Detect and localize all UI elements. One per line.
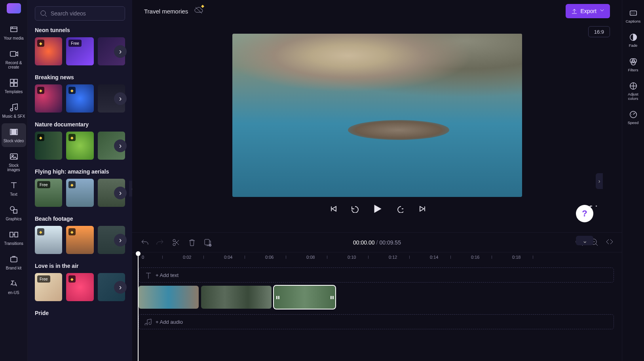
library-scroll[interactable]: Neon tunnelsFreeBreaking newsNature docu…: [28, 27, 132, 355]
nav-stock-video[interactable]: Stock video: [2, 123, 26, 147]
export-button[interactable]: Export: [566, 4, 610, 18]
premium-badge: [68, 228, 76, 235]
video-thumbnail[interactable]: [66, 273, 93, 301]
ruler-label: 0:12: [389, 255, 397, 260]
nav-label: Stock images: [2, 163, 25, 172]
free-badge: Free: [37, 181, 50, 188]
main-area: Travel memories Export 16:9 00:: [132, 0, 622, 361]
next-clip-button[interactable]: [416, 204, 427, 214]
video-preview[interactable]: [232, 34, 522, 197]
nav-templates[interactable]: Templates: [2, 74, 26, 98]
video-thumbnail[interactable]: Free: [66, 37, 93, 65]
premium-badge: [37, 228, 44, 235]
ruler-label: 0:04: [224, 255, 232, 260]
nav-label: Templates: [5, 90, 23, 94]
help-button[interactable]: ?: [576, 205, 593, 222]
split-button[interactable]: [172, 238, 180, 247]
prop-adjust-colors[interactable]: Adjust colors: [623, 78, 643, 105]
sync-status[interactable]: [194, 6, 203, 16]
prop-label: Filters: [628, 68, 638, 72]
thumbnail-row: Free: [35, 37, 125, 65]
nav-music-sfx[interactable]: Music & SFX: [2, 99, 26, 122]
video-thumbnail[interactable]: [35, 132, 62, 160]
nav-graphics[interactable]: Graphics: [2, 201, 26, 225]
search-box[interactable]: [35, 6, 125, 21]
ruler-label: 0:18: [512, 255, 521, 260]
svg-rect-2: [14, 79, 17, 82]
category-next-button[interactable]: [114, 45, 127, 58]
time-ruler[interactable]: 00:020:040:060:080:100:120:140:160:18: [139, 252, 622, 264]
app-logo[interactable]: [7, 3, 21, 13]
collapse-right-button[interactable]: [596, 173, 603, 189]
prop-label: Captions: [626, 19, 641, 23]
timeline-clip[interactable]: [139, 286, 199, 309]
text-track-placeholder[interactable]: + Add text: [139, 267, 614, 283]
timeline-clip[interactable]: [201, 286, 272, 309]
video-thumbnail[interactable]: [35, 84, 62, 113]
nav-text[interactable]: Text: [2, 177, 26, 201]
fit-timeline-button[interactable]: [605, 238, 614, 247]
aspect-ratio-button[interactable]: 16:9: [588, 26, 610, 37]
rewind-button[interactable]: [350, 204, 360, 214]
video-thumbnail[interactable]: Free: [35, 179, 62, 207]
video-thumbnail[interactable]: [35, 37, 62, 65]
video-track[interactable]: 4K Aerial Flying Around Rocky Desert Hil…: [139, 286, 614, 311]
svg-point-15: [41, 11, 46, 15]
nav-your-media[interactable]: Your media: [2, 21, 26, 44]
delete-button[interactable]: [188, 238, 196, 247]
forward-button[interactable]: [394, 204, 405, 214]
premium-badge: [37, 40, 44, 47]
category-next-button[interactable]: [114, 234, 127, 246]
category: Flying high: amazing aerialsFree: [35, 168, 125, 207]
premium-badge: [68, 87, 76, 94]
stock-video-icon: [9, 127, 19, 137]
playhead[interactable]: [138, 252, 139, 361]
redo-button[interactable]: [156, 238, 165, 247]
nav-transitions[interactable]: Transitions: [2, 226, 26, 250]
nav-stock-images[interactable]: Stock images: [2, 148, 26, 176]
video-thumbnail[interactable]: [66, 84, 93, 113]
prop-filters[interactable]: Filters: [623, 53, 643, 76]
nav-locale[interactable]: en-US: [2, 275, 26, 299]
add-audio-label: + Add audio: [156, 319, 183, 325]
timeline-clip[interactable]: 4K Aerial Flying Around Rocky Desert Hil…: [274, 286, 335, 309]
project-title[interactable]: Travel memories: [144, 8, 188, 15]
collapse-library-button[interactable]: [129, 181, 132, 197]
category-title: Breaking news: [35, 74, 125, 80]
svg-rect-11: [13, 210, 17, 213]
prev-clip-button[interactable]: [328, 204, 338, 214]
nav-record-create[interactable]: Record & create: [2, 45, 26, 73]
video-thumbnail[interactable]: Free: [35, 273, 62, 301]
timecode-display: 00:00.00/00:09.55: [353, 239, 401, 246]
category-title: Pride: [35, 310, 125, 316]
expand-down-button[interactable]: [576, 236, 593, 245]
category-title: Beach footage: [35, 216, 125, 222]
audio-track-placeholder[interactable]: + Add audio: [139, 314, 614, 329]
video-thumbnail[interactable]: [66, 132, 93, 160]
category-next-button[interactable]: [114, 92, 127, 105]
category: Nature documentary: [35, 121, 125, 160]
category-next-button[interactable]: [114, 139, 127, 152]
timeline[interactable]: 00:020:040:060:080:100:120:140:160:18 + …: [132, 252, 622, 361]
prop-label: Fade: [629, 44, 638, 48]
prop-speed[interactable]: Speed: [623, 106, 643, 129]
svg-point-16: [173, 239, 175, 242]
duplicate-button[interactable]: [203, 238, 212, 247]
nav-brand-kit[interactable]: Brand kit: [2, 250, 26, 274]
prop-captions[interactable]: Captions: [623, 5, 643, 27]
left-nav-rail: Your mediaRecord & createTemplatesMusic …: [0, 0, 28, 361]
search-input[interactable]: [51, 10, 120, 17]
video-thumbnail[interactable]: [66, 179, 93, 207]
nav-label: Music & SFX: [2, 114, 25, 118]
undo-button[interactable]: [140, 238, 149, 247]
premium-badge: [68, 134, 76, 141]
video-thumbnail[interactable]: [66, 226, 93, 254]
video-thumbnail[interactable]: [35, 226, 62, 254]
category-next-button[interactable]: [114, 187, 127, 199]
play-button[interactable]: [372, 204, 382, 214]
ruler-label: 0:16: [471, 255, 479, 260]
category-next-button[interactable]: [114, 281, 127, 294]
premium-badge: [37, 87, 44, 94]
thumbnail-row: Free: [35, 179, 125, 207]
prop-fade[interactable]: Fade: [623, 29, 643, 52]
